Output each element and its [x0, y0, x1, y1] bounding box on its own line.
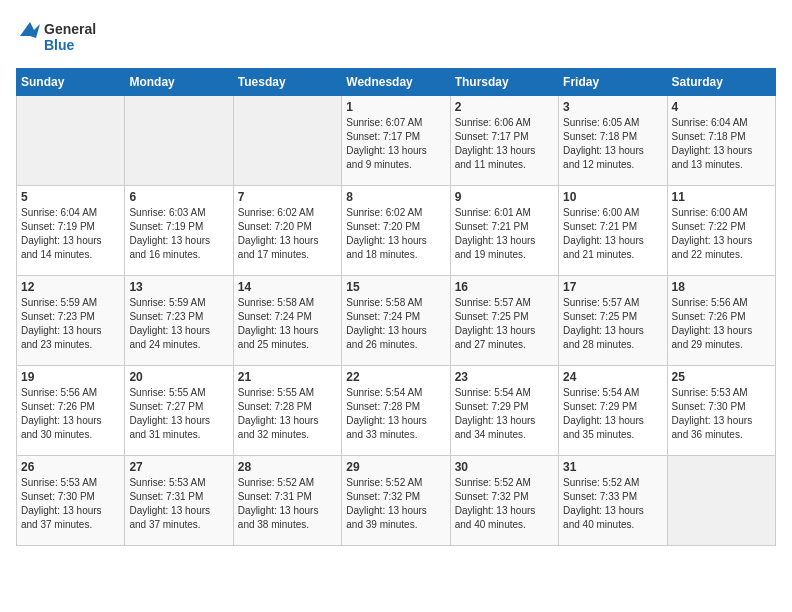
day-info: Sunrise: 5:58 AM Sunset: 7:24 PM Dayligh… [238, 296, 337, 352]
day-number: 29 [346, 460, 445, 474]
day-info: Sunrise: 6:02 AM Sunset: 7:20 PM Dayligh… [346, 206, 445, 262]
day-info: Sunrise: 6:00 AM Sunset: 7:21 PM Dayligh… [563, 206, 662, 262]
day-number: 31 [563, 460, 662, 474]
day-number: 26 [21, 460, 120, 474]
day-number: 28 [238, 460, 337, 474]
svg-text:Blue: Blue [44, 37, 75, 53]
day-info: Sunrise: 6:04 AM Sunset: 7:19 PM Dayligh… [21, 206, 120, 262]
calendar-cell: 23Sunrise: 5:54 AM Sunset: 7:29 PM Dayli… [450, 366, 558, 456]
calendar-cell: 25Sunrise: 5:53 AM Sunset: 7:30 PM Dayli… [667, 366, 775, 456]
day-number: 18 [672, 280, 771, 294]
day-number: 20 [129, 370, 228, 384]
day-header-monday: Monday [125, 69, 233, 96]
day-info: Sunrise: 5:52 AM Sunset: 7:32 PM Dayligh… [455, 476, 554, 532]
day-number: 14 [238, 280, 337, 294]
day-header-sunday: Sunday [17, 69, 125, 96]
calendar-cell: 21Sunrise: 5:55 AM Sunset: 7:28 PM Dayli… [233, 366, 341, 456]
calendar-cell: 29Sunrise: 5:52 AM Sunset: 7:32 PM Dayli… [342, 456, 450, 546]
calendar-cell: 18Sunrise: 5:56 AM Sunset: 7:26 PM Dayli… [667, 276, 775, 366]
day-info: Sunrise: 5:53 AM Sunset: 7:31 PM Dayligh… [129, 476, 228, 532]
calendar-header-row: SundayMondayTuesdayWednesdayThursdayFrid… [17, 69, 776, 96]
calendar-week-row: 5Sunrise: 6:04 AM Sunset: 7:19 PM Daylig… [17, 186, 776, 276]
day-info: Sunrise: 6:02 AM Sunset: 7:20 PM Dayligh… [238, 206, 337, 262]
day-number: 9 [455, 190, 554, 204]
calendar-cell: 16Sunrise: 5:57 AM Sunset: 7:25 PM Dayli… [450, 276, 558, 366]
calendar-cell: 6Sunrise: 6:03 AM Sunset: 7:19 PM Daylig… [125, 186, 233, 276]
calendar-cell: 24Sunrise: 5:54 AM Sunset: 7:29 PM Dayli… [559, 366, 667, 456]
calendar-cell: 14Sunrise: 5:58 AM Sunset: 7:24 PM Dayli… [233, 276, 341, 366]
day-info: Sunrise: 6:03 AM Sunset: 7:19 PM Dayligh… [129, 206, 228, 262]
calendar-cell: 12Sunrise: 5:59 AM Sunset: 7:23 PM Dayli… [17, 276, 125, 366]
day-number: 15 [346, 280, 445, 294]
calendar-cell: 4Sunrise: 6:04 AM Sunset: 7:18 PM Daylig… [667, 96, 775, 186]
calendar-cell [233, 96, 341, 186]
day-header-thursday: Thursday [450, 69, 558, 96]
calendar-cell: 15Sunrise: 5:58 AM Sunset: 7:24 PM Dayli… [342, 276, 450, 366]
calendar-cell: 22Sunrise: 5:54 AM Sunset: 7:28 PM Dayli… [342, 366, 450, 456]
calendar-cell: 28Sunrise: 5:52 AM Sunset: 7:31 PM Dayli… [233, 456, 341, 546]
day-number: 27 [129, 460, 228, 474]
day-number: 17 [563, 280, 662, 294]
calendar-cell: 30Sunrise: 5:52 AM Sunset: 7:32 PM Dayli… [450, 456, 558, 546]
calendar-cell: 17Sunrise: 5:57 AM Sunset: 7:25 PM Dayli… [559, 276, 667, 366]
day-number: 4 [672, 100, 771, 114]
calendar-cell: 31Sunrise: 5:52 AM Sunset: 7:33 PM Dayli… [559, 456, 667, 546]
day-number: 24 [563, 370, 662, 384]
calendar-cell: 13Sunrise: 5:59 AM Sunset: 7:23 PM Dayli… [125, 276, 233, 366]
day-info: Sunrise: 6:01 AM Sunset: 7:21 PM Dayligh… [455, 206, 554, 262]
calendar-table: SundayMondayTuesdayWednesdayThursdayFrid… [16, 68, 776, 546]
day-number: 23 [455, 370, 554, 384]
day-info: Sunrise: 5:52 AM Sunset: 7:33 PM Dayligh… [563, 476, 662, 532]
day-info: Sunrise: 5:59 AM Sunset: 7:23 PM Dayligh… [129, 296, 228, 352]
day-info: Sunrise: 5:59 AM Sunset: 7:23 PM Dayligh… [21, 296, 120, 352]
day-number: 16 [455, 280, 554, 294]
page-header: GeneralBlue [16, 16, 776, 56]
day-info: Sunrise: 5:55 AM Sunset: 7:28 PM Dayligh… [238, 386, 337, 442]
day-info: Sunrise: 5:56 AM Sunset: 7:26 PM Dayligh… [21, 386, 120, 442]
day-number: 5 [21, 190, 120, 204]
calendar-cell: 2Sunrise: 6:06 AM Sunset: 7:17 PM Daylig… [450, 96, 558, 186]
calendar-cell [17, 96, 125, 186]
day-number: 10 [563, 190, 662, 204]
logo: GeneralBlue [16, 16, 106, 56]
day-number: 6 [129, 190, 228, 204]
svg-text:General: General [44, 21, 96, 37]
day-info: Sunrise: 5:58 AM Sunset: 7:24 PM Dayligh… [346, 296, 445, 352]
day-info: Sunrise: 6:05 AM Sunset: 7:18 PM Dayligh… [563, 116, 662, 172]
calendar-week-row: 19Sunrise: 5:56 AM Sunset: 7:26 PM Dayli… [17, 366, 776, 456]
calendar-week-row: 26Sunrise: 5:53 AM Sunset: 7:30 PM Dayli… [17, 456, 776, 546]
calendar-cell: 10Sunrise: 6:00 AM Sunset: 7:21 PM Dayli… [559, 186, 667, 276]
day-number: 8 [346, 190, 445, 204]
day-info: Sunrise: 6:07 AM Sunset: 7:17 PM Dayligh… [346, 116, 445, 172]
day-info: Sunrise: 5:57 AM Sunset: 7:25 PM Dayligh… [455, 296, 554, 352]
day-info: Sunrise: 5:54 AM Sunset: 7:28 PM Dayligh… [346, 386, 445, 442]
day-header-tuesday: Tuesday [233, 69, 341, 96]
logo-svg: GeneralBlue [16, 16, 106, 56]
day-info: Sunrise: 5:55 AM Sunset: 7:27 PM Dayligh… [129, 386, 228, 442]
day-info: Sunrise: 5:57 AM Sunset: 7:25 PM Dayligh… [563, 296, 662, 352]
day-info: Sunrise: 5:53 AM Sunset: 7:30 PM Dayligh… [21, 476, 120, 532]
day-info: Sunrise: 5:52 AM Sunset: 7:32 PM Dayligh… [346, 476, 445, 532]
day-number: 30 [455, 460, 554, 474]
day-info: Sunrise: 5:52 AM Sunset: 7:31 PM Dayligh… [238, 476, 337, 532]
calendar-cell: 26Sunrise: 5:53 AM Sunset: 7:30 PM Dayli… [17, 456, 125, 546]
calendar-week-row: 12Sunrise: 5:59 AM Sunset: 7:23 PM Dayli… [17, 276, 776, 366]
day-number: 19 [21, 370, 120, 384]
calendar-cell: 5Sunrise: 6:04 AM Sunset: 7:19 PM Daylig… [17, 186, 125, 276]
svg-marker-0 [20, 22, 40, 38]
day-number: 1 [346, 100, 445, 114]
day-number: 25 [672, 370, 771, 384]
day-info: Sunrise: 5:54 AM Sunset: 7:29 PM Dayligh… [563, 386, 662, 442]
day-info: Sunrise: 6:06 AM Sunset: 7:17 PM Dayligh… [455, 116, 554, 172]
day-number: 11 [672, 190, 771, 204]
calendar-cell: 7Sunrise: 6:02 AM Sunset: 7:20 PM Daylig… [233, 186, 341, 276]
calendar-cell: 9Sunrise: 6:01 AM Sunset: 7:21 PM Daylig… [450, 186, 558, 276]
day-number: 2 [455, 100, 554, 114]
calendar-week-row: 1Sunrise: 6:07 AM Sunset: 7:17 PM Daylig… [17, 96, 776, 186]
day-info: Sunrise: 6:04 AM Sunset: 7:18 PM Dayligh… [672, 116, 771, 172]
day-header-wednesday: Wednesday [342, 69, 450, 96]
day-number: 13 [129, 280, 228, 294]
day-info: Sunrise: 6:00 AM Sunset: 7:22 PM Dayligh… [672, 206, 771, 262]
calendar-cell: 11Sunrise: 6:00 AM Sunset: 7:22 PM Dayli… [667, 186, 775, 276]
day-number: 7 [238, 190, 337, 204]
